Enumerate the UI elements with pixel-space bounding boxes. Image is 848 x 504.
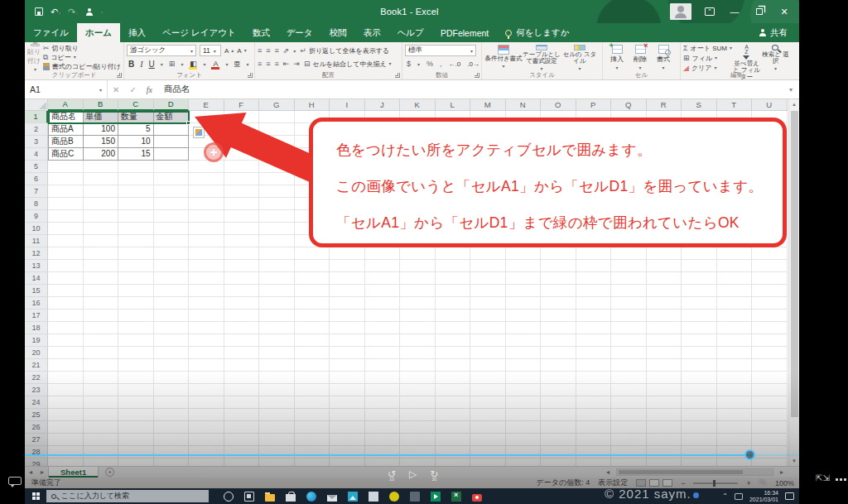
- cell-G17[interactable]: [259, 310, 295, 322]
- cell-U12[interactable]: [752, 247, 788, 260]
- cell-U28[interactable]: [752, 446, 788, 458]
- formula-input[interactable]: 商品名: [157, 84, 789, 95]
- cell-F7[interactable]: [224, 185, 260, 198]
- cell-A6[interactable]: [48, 173, 84, 185]
- cell-M23[interactable]: [470, 384, 506, 396]
- cell-I19[interactable]: [330, 334, 365, 347]
- cell-K20[interactable]: [400, 347, 436, 359]
- font-size-select[interactable]: 11▾: [200, 45, 221, 56]
- cell-E15[interactable]: [189, 285, 224, 297]
- cell-F19[interactable]: [224, 334, 260, 347]
- arrow-app-icon[interactable]: [431, 492, 441, 502]
- cell-E14[interactable]: [189, 272, 224, 285]
- cell-F17[interactable]: [224, 310, 260, 322]
- cell-M12[interactable]: [470, 247, 506, 260]
- cell-T27[interactable]: [717, 434, 753, 446]
- row-header-13[interactable]: 13: [25, 260, 48, 272]
- hscroll-right-icon[interactable]: ▸: [776, 467, 788, 478]
- cell-N16[interactable]: [506, 297, 542, 310]
- orientation-icon[interactable]: ⇗: [283, 46, 290, 55]
- cell-I24[interactable]: [330, 396, 365, 409]
- cell-N14[interactable]: [506, 272, 542, 285]
- cell-O15[interactable]: [541, 285, 576, 297]
- row-header-24[interactable]: 24: [25, 396, 48, 409]
- cell-L25[interactable]: [436, 409, 471, 421]
- cell-Q19[interactable]: [611, 334, 647, 347]
- cell-D15[interactable]: [154, 285, 190, 297]
- cell-S20[interactable]: [682, 347, 717, 359]
- cortana-icon[interactable]: [224, 492, 234, 502]
- cell-K12[interactable]: [400, 247, 436, 260]
- cell-G27[interactable]: [259, 434, 295, 446]
- cell-F5[interactable]: [224, 161, 260, 173]
- cell-G16[interactable]: [259, 297, 295, 310]
- font-color-icon[interactable]: A: [211, 60, 219, 68]
- cell-F23[interactable]: [224, 384, 260, 396]
- column-header-N[interactable]: N: [506, 99, 542, 111]
- column-header-A[interactable]: A: [48, 99, 84, 111]
- cell-Q22[interactable]: [611, 372, 647, 384]
- ribbon-display-options-icon[interactable]: ⌃: [698, 2, 721, 21]
- cell-C10[interactable]: [118, 223, 154, 235]
- cell-T26[interactable]: [717, 421, 753, 434]
- cell-J12[interactable]: [365, 247, 401, 260]
- cell-D6[interactable]: [154, 173, 190, 185]
- cell-R24[interactable]: [647, 396, 682, 409]
- cell-U26[interactable]: [752, 421, 788, 434]
- close-icon[interactable]: ✕: [773, 2, 796, 21]
- cell-Q17[interactable]: [611, 310, 647, 322]
- cell-G24[interactable]: [259, 396, 295, 409]
- cell-F6[interactable]: [224, 173, 260, 185]
- cell-H18[interactable]: [295, 322, 330, 334]
- cell-J16[interactable]: [365, 297, 401, 310]
- cell-G3[interactable]: [259, 136, 295, 148]
- cell-Q13[interactable]: [611, 260, 647, 272]
- row-header-10[interactable]: 10: [25, 223, 48, 235]
- cell-O26[interactable]: [541, 421, 576, 434]
- cell-C2[interactable]: 5: [118, 123, 154, 136]
- cell-F8[interactable]: [224, 198, 260, 210]
- cell-N29[interactable]: [506, 458, 542, 466]
- cell-K15[interactable]: [400, 285, 436, 297]
- cell-O18[interactable]: [541, 322, 576, 334]
- cell-J29[interactable]: [365, 458, 401, 466]
- cell-Q23[interactable]: [611, 384, 647, 396]
- cell-I12[interactable]: [330, 247, 365, 260]
- mail-icon[interactable]: [327, 495, 337, 502]
- cell-A28[interactable]: [48, 446, 84, 458]
- cell-M13[interactable]: [470, 260, 506, 272]
- cell-U15[interactable]: [752, 285, 788, 297]
- cell-I18[interactable]: [330, 322, 365, 334]
- row-header-9[interactable]: 9: [25, 210, 48, 223]
- cell-B28[interactable]: [84, 446, 119, 458]
- cell-I20[interactable]: [330, 347, 365, 359]
- increase-decimal-icon[interactable]: ←.0: [449, 60, 461, 69]
- align-middle-icon[interactable]: ≡: [266, 46, 270, 55]
- cell-T29[interactable]: [717, 458, 753, 466]
- cell-K27[interactable]: [400, 434, 436, 446]
- cell-K18[interactable]: [400, 322, 436, 334]
- cell-T19[interactable]: [717, 334, 753, 347]
- cell-C19[interactable]: [118, 334, 154, 347]
- sheet-tab[interactable]: Sheet1: [48, 467, 99, 478]
- rewind-10-icon[interactable]: ↺10: [388, 468, 396, 481]
- cell-C21[interactable]: [118, 359, 154, 372]
- cell-H21[interactable]: [295, 359, 330, 372]
- cell-S17[interactable]: [682, 310, 717, 322]
- column-header-C[interactable]: C: [118, 99, 154, 111]
- cell-E16[interactable]: [189, 297, 224, 310]
- row-header-4[interactable]: 4: [25, 148, 48, 161]
- cell-T23[interactable]: [717, 384, 753, 396]
- cell-J28[interactable]: [365, 446, 401, 458]
- column-header-Q[interactable]: Q: [611, 99, 647, 111]
- excel-icon[interactable]: [451, 492, 461, 502]
- cell-D18[interactable]: [154, 322, 190, 334]
- cell-P20[interactable]: [576, 347, 612, 359]
- tray-app-icon[interactable]: [735, 493, 743, 500]
- cell-E1[interactable]: [189, 111, 224, 123]
- cell-C11[interactable]: [118, 235, 154, 247]
- cell-R18[interactable]: [647, 322, 682, 334]
- cell-C14[interactable]: [118, 272, 154, 285]
- new-sheet-icon[interactable]: +: [105, 468, 114, 477]
- column-header-E[interactable]: E: [189, 99, 224, 111]
